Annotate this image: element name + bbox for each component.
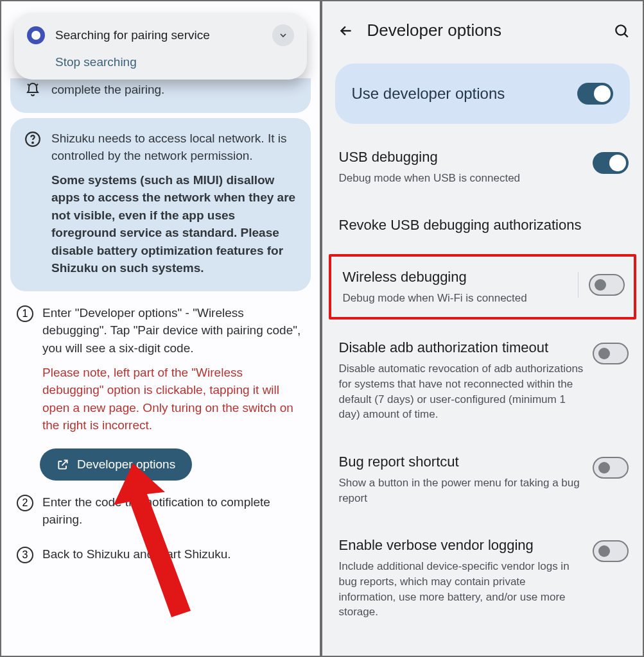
setting-usb-debugging[interactable]: USB debugging Debug mode when USB is con… — [322, 133, 643, 201]
expand-button[interactable] — [272, 24, 294, 46]
step-text: Enter the code the notification to compl… — [42, 493, 304, 529]
setting-title: Wireless debugging — [343, 268, 570, 287]
setting-disable-adb-timeout[interactable]: Disable adb authorization timeout Disabl… — [322, 323, 643, 438]
verbose-logging-toggle[interactable] — [593, 540, 629, 562]
notification-header: Searching for pairing service — [27, 24, 294, 46]
wireless-debugging-toggle[interactable] — [589, 274, 625, 296]
card-text: Shizuku needs to access local network. I… — [51, 130, 298, 277]
dev-options-header: Developer options — [322, 1, 643, 57]
external-link-icon — [57, 458, 69, 471]
step-text: Back to Shizuku and start Shizuku. — [42, 545, 304, 563]
developer-options-button[interactable]: Developer options — [40, 448, 192, 481]
step-number-icon: 2 — [17, 495, 33, 511]
help-p2: Some systems (such as MIUI) disallow app… — [51, 171, 298, 277]
button-label: Developer options — [77, 457, 175, 472]
setting-title: Enable verbose vendor logging — [339, 536, 584, 555]
step-text: Enter "Developer options" - "Wireless de… — [42, 306, 300, 355]
setting-subtitle: Show a button in the power menu for taki… — [339, 475, 584, 506]
search-icon — [613, 22, 630, 39]
step-3: 3 Back to Shizuku and start Shizuku. — [10, 529, 311, 563]
stop-searching-action[interactable]: Stop searching — [55, 55, 294, 69]
annotation-highlight-box: Wireless debugging Debug mode when Wi-Fi… — [329, 254, 637, 320]
chevron-down-icon — [278, 30, 288, 40]
developer-options-pane: Developer options Use developer options … — [322, 1, 643, 656]
bug-report-toggle[interactable] — [593, 457, 629, 479]
divider — [578, 272, 579, 298]
disable-adb-timeout-toggle[interactable] — [593, 343, 629, 364]
info-card-pairing-peek: complete the pairing. — [10, 78, 311, 113]
app-icon — [27, 26, 45, 44]
back-button[interactable] — [338, 22, 354, 39]
help-p1: Shizuku needs to access local network. I… — [51, 132, 286, 163]
use-developer-options-card[interactable]: Use developer options — [335, 64, 631, 124]
svg-point-1 — [32, 142, 33, 143]
card-text: complete the pairing. — [51, 81, 298, 99]
setting-subtitle: Disable automatic revocation of adb auth… — [339, 361, 584, 422]
setting-subtitle: Include additional device-specific vendo… — [339, 559, 584, 620]
setting-title: Disable adb authorization timeout — [339, 339, 584, 357]
setting-bug-report-shortcut[interactable]: Bug report shortcut Show a button in the… — [322, 438, 643, 521]
pairing-notification[interactable]: Searching for pairing service Stop searc… — [14, 13, 307, 80]
arrow-left-icon — [338, 22, 354, 39]
step-warning-text: Please note, left part of the "Wireless … — [42, 364, 304, 434]
setting-wireless-debugging[interactable]: Wireless debugging Debug mode when Wi-Fi… — [331, 257, 634, 317]
step-2: 2 Enter the code the notification to com… — [10, 481, 311, 529]
step-1: 1 Enter "Developer options" - "Wireless … — [10, 291, 311, 434]
help-icon — [23, 130, 42, 148]
setting-verbose-vendor-logging[interactable]: Enable verbose vendor logging Include ad… — [322, 521, 643, 635]
setting-revoke-usb-auth[interactable]: Revoke USB debugging authorizations — [322, 201, 643, 250]
use-developer-options-toggle[interactable] — [577, 83, 613, 105]
search-button[interactable] — [613, 22, 630, 39]
svg-point-3 — [616, 25, 625, 35]
setting-title: USB debugging — [339, 148, 584, 167]
bell-icon — [23, 81, 42, 98]
step-number-icon: 3 — [17, 547, 33, 563]
notification-title: Searching for pairing service — [55, 28, 262, 42]
setting-title: Revoke USB debugging authorizations — [339, 216, 629, 235]
step-number-icon: 1 — [17, 305, 33, 322]
step-body: Enter "Developer options" - "Wireless de… — [42, 304, 304, 434]
info-card-network: Shizuku needs to access local network. I… — [10, 118, 311, 291]
setting-subtitle: Debug mode when Wi-Fi is connected — [343, 291, 570, 306]
setting-title: Bug report shortcut — [339, 453, 584, 472]
left-scroll-area: complete the pairing. Shizuku needs to a… — [1, 1, 320, 656]
setting-subtitle: Debug mode when USB is connected — [339, 171, 584, 186]
page-title: Developer options — [367, 21, 601, 40]
usb-debugging-toggle[interactable] — [593, 152, 629, 174]
shizuku-app-pane: complete the pairing. Shizuku needs to a… — [1, 1, 322, 656]
hero-label: Use developer options — [352, 85, 505, 103]
